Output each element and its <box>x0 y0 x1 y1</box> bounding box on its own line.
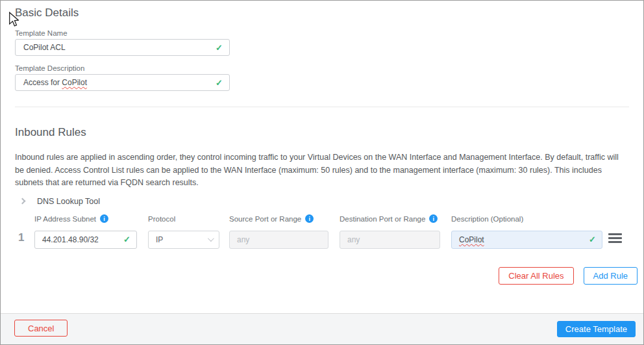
form-content: Basic Details Template Name CoPilot ACL … <box>1 1 643 285</box>
rule-actions: Clear All Rules Add Rule <box>15 267 638 285</box>
info-icon[interactable]: i <box>305 214 314 223</box>
column-description: Description (Optional) CoPilot ✓ <box>451 214 602 249</box>
protocol-column-label: Protocol <box>148 215 175 223</box>
template-description-value: Access for CoPilot <box>23 78 87 87</box>
source-port-input <box>229 231 328 249</box>
rule-row: 1 IP Address Subnet i 44.201.48.90/32 ✓ … <box>15 214 629 249</box>
ip-subnet-input[interactable]: 44.201.48.90/32 ✓ <box>34 231 137 249</box>
dns-lookup-label: DNS Lookup Tool <box>37 197 100 206</box>
ip-subnet-value: 44.201.48.90/32 <box>42 235 99 244</box>
destination-port-input <box>340 231 440 249</box>
template-name-input[interactable]: CoPilot ACL ✓ <box>15 39 230 56</box>
basic-details-title: Basic Details <box>15 6 629 19</box>
source-port-column-label: Source Port or Range <box>229 215 301 223</box>
template-description-input[interactable]: Access for CoPilot ✓ <box>15 74 230 91</box>
check-icon: ✓ <box>216 79 223 87</box>
template-name-value: CoPilot ACL <box>23 43 66 52</box>
template-name-label: Template Name <box>15 29 629 38</box>
protocol-select[interactable]: IP <box>148 231 219 249</box>
protocol-selected-value: IP <box>156 235 163 244</box>
rule-description-value: CoPilot <box>459 235 484 244</box>
template-description-label: Template Description <box>15 64 629 73</box>
rule-description-input[interactable]: CoPilot ✓ <box>451 231 602 249</box>
form-footer: Cancel Create Template <box>1 313 643 344</box>
column-destination-port: Destination Port or Range i <box>340 214 440 249</box>
section-divider <box>15 107 629 107</box>
clear-all-rules-button[interactable]: Clear All Rules <box>499 267 573 285</box>
inbound-rules-title: Inbound Rules <box>15 125 629 139</box>
info-icon[interactable]: i <box>429 214 438 223</box>
info-icon[interactable]: i <box>100 214 108 223</box>
description-column-label: Description (Optional) <box>451 215 523 223</box>
check-icon: ✓ <box>123 235 130 244</box>
spellcheck-flagged-word: CoPilot <box>62 78 87 87</box>
ip-subnet-column-label: IP Address Subnet <box>34 215 96 223</box>
create-template-form: Basic Details Template Name CoPilot ACL … <box>0 0 644 345</box>
rule-menu-icon[interactable] <box>608 233 622 243</box>
check-icon: ✓ <box>216 44 223 52</box>
destination-port-column-label: Destination Port or Range <box>340 215 425 223</box>
chevron-right-icon <box>19 198 26 205</box>
column-source-port: Source Port or Range i <box>229 214 328 249</box>
chevron-down-icon <box>208 235 214 242</box>
add-rule-button[interactable]: Add Rule <box>584 267 638 285</box>
create-template-button[interactable]: Create Template <box>557 321 636 337</box>
column-protocol: Protocol IP <box>148 214 219 249</box>
check-icon: ✓ <box>589 235 596 244</box>
inbound-rules-intro: Inbound rules are applied in ascending o… <box>15 151 629 190</box>
column-ip-subnet: IP Address Subnet i 44.201.48.90/32 ✓ <box>34 214 137 249</box>
dns-lookup-toggle[interactable]: DNS Lookup Tool <box>15 196 100 207</box>
cancel-button[interactable]: Cancel <box>14 320 68 337</box>
rule-index: 1 <box>18 231 24 244</box>
